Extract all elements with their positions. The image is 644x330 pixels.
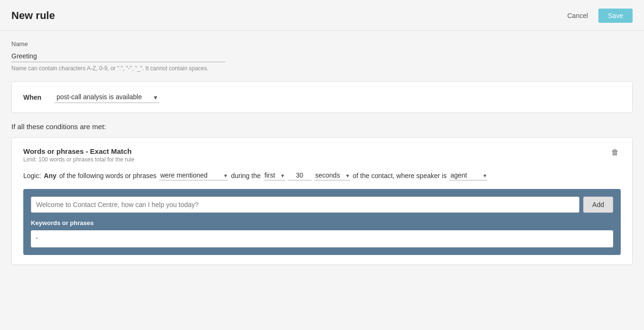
page-title: New rule — [11, 9, 55, 22]
during-text: during the — [231, 172, 260, 179]
trash-icon: 🗑 — [611, 148, 619, 156]
logic-prefix-text: Logic: — [23, 172, 41, 179]
first-select[interactable]: first last — [264, 170, 285, 180]
when-select[interactable]: post-call analysis is available real-tim… — [55, 91, 159, 103]
speaker-select[interactable]: agent customer both — [449, 170, 487, 180]
seconds-select[interactable]: seconds minutes — [314, 170, 350, 180]
when-select-wrapper: post-call analysis is available real-tim… — [55, 91, 159, 103]
when-section: When post-call analysis is available rea… — [11, 81, 633, 113]
keywords-table: - — [31, 230, 613, 247]
condition-card-title-group: Words or phrases - Exact Match Limit: 10… — [23, 147, 134, 163]
keywords-label: Keywords or phrases — [31, 219, 613, 226]
condition-title: Words or phrases - Exact Match — [23, 147, 134, 155]
name-section: Name Name can contain characters A-Z, 0-… — [11, 40, 633, 72]
header-actions: Cancel Save — [561, 9, 633, 23]
delete-condition-button[interactable]: 🗑 — [609, 147, 621, 158]
mentioned-select[interactable]: were mentioned were not mentioned — [159, 170, 228, 180]
contact-text: of the contact, where speaker is — [353, 172, 447, 179]
name-input[interactable] — [11, 50, 225, 62]
keyword-input[interactable] — [31, 197, 579, 213]
conditions-header: If all these conditions are met: — [11, 123, 633, 131]
keywords-dash: - — [36, 234, 38, 242]
speaker-select-wrapper: agent customer both — [449, 170, 487, 180]
first-select-wrapper: first last — [264, 170, 285, 180]
keywords-area: Add Keywords or phrases - — [23, 189, 621, 255]
name-hint: Name can contain characters A-Z, 0-9, or… — [11, 65, 633, 72]
seconds-select-wrapper: seconds minutes — [314, 170, 350, 180]
when-label: When — [23, 94, 47, 101]
logic-any-text: Any — [44, 172, 56, 179]
page-container: New rule Cancel Save Name Name can conta… — [0, 0, 644, 330]
condition-card-header: Words or phrases - Exact Match Limit: 10… — [23, 147, 621, 163]
condition-card: Words or phrases - Exact Match Limit: 10… — [11, 137, 633, 265]
content-area: Name Name can contain characters A-Z, 0-… — [0, 31, 644, 274]
condition-subtitle: Limit: 100 words or phrases total for th… — [23, 156, 134, 163]
keyword-input-row: Add — [31, 197, 613, 213]
name-label: Name — [11, 40, 633, 47]
save-button[interactable]: Save — [598, 9, 633, 23]
logic-middle-text: of the following words or phrases — [59, 172, 157, 179]
seconds-number-input[interactable] — [288, 170, 312, 180]
mentioned-select-wrapper: were mentioned were not mentioned — [159, 170, 228, 180]
cancel-button[interactable]: Cancel — [561, 9, 594, 22]
header: New rule Cancel Save — [0, 0, 644, 31]
add-keyword-button[interactable]: Add — [583, 197, 613, 213]
logic-row: Logic: Any of the following words or phr… — [23, 170, 621, 180]
